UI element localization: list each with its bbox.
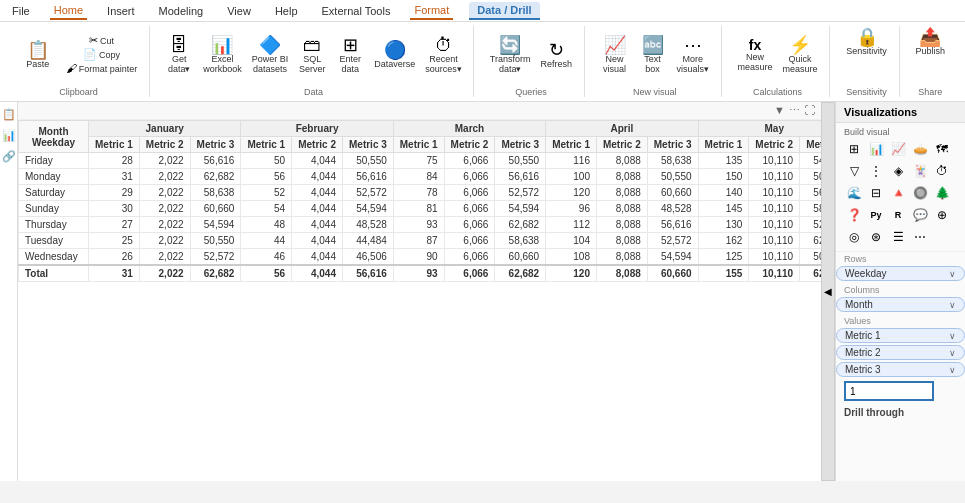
cut-button[interactable]: ✂ Cut (62, 34, 142, 47)
table-icons-row: ▼ ⋯ ⛶ (18, 102, 821, 120)
viz-icon-extra2[interactable]: ⊛ (866, 227, 886, 247)
main-layout: 📋 📊 🔗 ▼ ⋯ ⛶ MonthWeekday January Februar… (0, 102, 965, 481)
col-header-feb: February (241, 121, 393, 137)
visualizations-header: Visualizations (836, 102, 965, 123)
fullscreen-table-icon[interactable]: ⛶ (804, 104, 815, 117)
ribbon: 📋 Paste ✂ Cut 📄 Copy 🖌 Format painter Cl… (0, 22, 965, 102)
new-visual-button[interactable]: 📈 Newvisual (597, 34, 633, 76)
may-m2: Metric 2 (749, 137, 800, 153)
viz-icon-waterfall[interactable]: 🌊 (844, 183, 864, 203)
jan-m2: Metric 2 (139, 137, 190, 153)
rows-field-weekday-label: Weekday (845, 268, 887, 279)
menu-external-tools[interactable]: External Tools (318, 3, 395, 19)
menu-home[interactable]: Home (50, 2, 87, 20)
quick-measure-icon: ⚡ (789, 36, 811, 54)
clipboard-group-label: Clipboard (59, 85, 98, 97)
viz-icon-funnel[interactable]: ▽ (844, 161, 864, 181)
get-data-icon: 🗄 (170, 36, 188, 54)
viz-icon-py[interactable]: Py (866, 205, 886, 225)
table-row: Total312,02262,682564,04456,616936,06662… (19, 265, 822, 282)
sql-server-button[interactable]: 🗃 SQLServer (294, 34, 330, 76)
sidebar-icon-3[interactable]: 🔗 (0, 148, 18, 165)
header-row-1: MonthWeekday January February March Apri… (19, 121, 822, 137)
sidebar-icon-1[interactable]: 📋 (0, 106, 18, 123)
menu-format[interactable]: Format (410, 2, 453, 20)
enter-data-button[interactable]: ⊞ Enterdata (332, 34, 368, 76)
viz-icon-extra4[interactable]: ⋯ (910, 227, 930, 247)
menu-view[interactable]: View (223, 3, 255, 19)
quick-measure-button[interactable]: ⚡ Quickmeasure (779, 34, 822, 76)
values-field-metric2[interactable]: Metric 2 ∨ (836, 345, 965, 360)
may-m3: Metric 3 (800, 137, 821, 153)
viz-icon-decomp[interactable]: 🌲 (932, 183, 952, 203)
ribbon-group-new-visual: 📈 Newvisual 🔤 Textbox ⋯ Morevisuals▾ New… (589, 26, 722, 97)
feb-m3: Metric 3 (342, 137, 393, 153)
format-painter-icon: 🖌 (66, 63, 77, 74)
publish-button[interactable]: 📤 Publish (912, 26, 950, 58)
values-field-metric3[interactable]: Metric 3 ∨ (836, 362, 965, 377)
menu-modeling[interactable]: Modeling (155, 3, 208, 19)
sidebar-icon-2[interactable]: 📊 (0, 127, 18, 144)
rows-field-weekday[interactable]: Weekday ∨ (836, 266, 965, 281)
collapse-panel-button[interactable]: ◀ (821, 102, 835, 481)
viz-icon-scatter[interactable]: ⋮ (866, 161, 886, 181)
format-painter-button[interactable]: 🖌 Format painter (62, 62, 142, 75)
excel-workbook-button[interactable]: 📊 Excelworkbook (199, 34, 246, 76)
new-measure-button[interactable]: fx Newmeasure (734, 36, 777, 74)
table-row: Sunday302,02260,660544,04454,594816,0665… (19, 201, 822, 217)
publish-icon: 📤 (919, 28, 941, 46)
viz-icon-kpi[interactable]: 🔺 (888, 183, 908, 203)
viz-icon-more1[interactable]: ◈ (888, 161, 908, 181)
header-row-2: Metric 1Metric 2Metric 3 Metric 1Metric … (19, 137, 822, 153)
ribbon-group-share: 📤 Publish Share (904, 26, 957, 97)
filter-table-icon[interactable]: ▼ (774, 104, 785, 117)
viz-icon-r[interactable]: R (888, 205, 908, 225)
recent-sources-button[interactable]: ⏱ Recentsources▾ (421, 34, 466, 76)
dataverse-button[interactable]: 🔵 Dataverse (370, 39, 419, 71)
text-box-icon: 🔤 (642, 36, 664, 54)
paste-button[interactable]: 📋 Paste (16, 39, 60, 71)
calculations-group-label: Calculations (753, 85, 802, 97)
values-field-metric1[interactable]: Metric 1 ∨ (836, 328, 965, 343)
more-visuals-button[interactable]: ⋯ Morevisuals▾ (673, 34, 714, 76)
menu-data-drill[interactable]: Data / Drill (469, 2, 539, 20)
viz-icon-table[interactable]: ⊞ (844, 139, 864, 159)
copy-button[interactable]: 📄 Copy (62, 48, 142, 61)
jan-m1: Metric 1 (89, 137, 140, 153)
settings-table-icon[interactable]: ⋯ (789, 104, 800, 117)
table-row: Tuesday252,02250,550444,04444,484876,066… (19, 233, 822, 249)
viz-icon-card[interactable]: 🃏 (910, 161, 930, 181)
viz-icon-line[interactable]: 📈 (888, 139, 908, 159)
viz-icon-pie[interactable]: 🥧 (910, 139, 930, 159)
mar-m2: Metric 2 (444, 137, 495, 153)
viz-icon-slicer[interactable]: 🔘 (910, 183, 930, 203)
text-box-button[interactable]: 🔤 Textbox (635, 34, 671, 76)
menu-help[interactable]: Help (271, 3, 302, 19)
col-header-mar: March (393, 121, 545, 137)
drill-through-input[interactable] (844, 381, 934, 401)
viz-icon-extra1[interactable]: ◎ (844, 227, 864, 247)
power-bi-datasets-button[interactable]: 🔷 Power BIdatasets (248, 34, 293, 76)
menu-insert[interactable]: Insert (103, 3, 139, 19)
transform-data-button[interactable]: 🔄 Transformdata▾ (486, 34, 535, 76)
viz-icon-matrix[interactable]: ⊟ (866, 183, 886, 203)
viz-icon-add[interactable]: ⊕ (932, 205, 952, 225)
viz-icon-extra3[interactable]: ☰ (888, 227, 908, 247)
viz-icon-gauge[interactable]: ⏱ (932, 161, 952, 181)
values-label: Values (836, 314, 965, 328)
sensitivity-button[interactable]: 🔒 Sensitivity (842, 26, 891, 58)
refresh-button[interactable]: ↻ Refresh (537, 39, 577, 71)
viz-icon-map[interactable]: 🗺 (932, 139, 952, 159)
table-row: Wednesday262,02252,572464,04446,506906,0… (19, 249, 822, 266)
viz-icon-chat[interactable]: 💬 (910, 205, 930, 225)
columns-field-month[interactable]: Month ∨ (836, 297, 965, 312)
get-data-button[interactable]: 🗄 Getdata▾ (161, 34, 197, 76)
viz-icon-bar[interactable]: 📊 (866, 139, 886, 159)
values-metric3-label: Metric 3 (845, 364, 881, 375)
viz-icon-qa[interactable]: ❓ (844, 205, 864, 225)
menu-bar: File Home Insert Modeling View Help Exte… (0, 0, 965, 22)
ribbon-group-calculations: fx Newmeasure ⚡ Quickmeasure Calculation… (726, 26, 831, 97)
col-header-weekday: MonthWeekday (19, 121, 89, 153)
columns-label: Columns (836, 283, 965, 297)
menu-file[interactable]: File (8, 3, 34, 19)
